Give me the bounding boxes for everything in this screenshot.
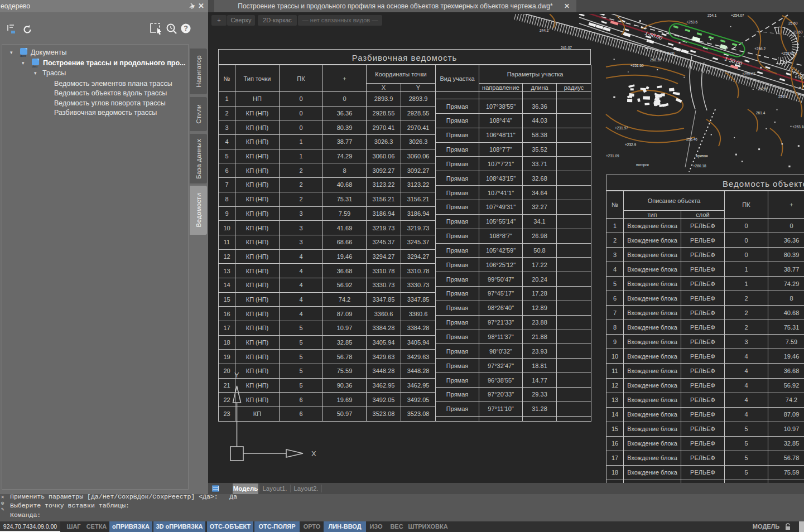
svg-text:+253.6: +253.6 [686,20,697,24]
svg-text:25.60: 25.60 [788,21,798,25]
svg-text:+254: +254 [798,76,804,80]
svg-text:255.46: 255.46 [686,137,697,141]
svg-text:+251.60: +251.60 [630,64,644,67]
svg-text:ногорск: ногорск [636,163,649,167]
svg-text:+253.18: +253.18 [792,125,804,129]
svg-text:23.60: 23.60 [793,30,803,34]
svg-text:1-50.00: 1-50.00 [724,55,743,66]
svg-text:258.16: 258.16 [650,58,661,62]
svg-text:+255.07: +255.07 [742,72,755,76]
svg-text:244.2: 244.2 [540,28,549,32]
svg-text:dwg: dwg [32,65,37,67]
svg-text:X: X [311,449,316,458]
svg-text:+232.9: +232.9 [625,143,636,147]
svg-text:dwg: dwg [20,54,26,57]
svg-text:+231.97: +231.97 [615,126,628,130]
svg-text:0.00: 0.00 [667,51,675,55]
svg-text:?: ? [184,25,188,32]
svg-text:+280.18: +280.18 [693,164,706,168]
svg-text:261.4: 261.4 [756,111,766,115]
svg-text:+254.07: +254.07 [731,14,744,17]
svg-text:Y: Y [234,371,239,379]
svg-text:262.6: 262.6 [758,87,767,91]
svg-text:+258.05: +258.05 [781,51,795,55]
svg-text:256.8: 256.8 [778,94,788,98]
svg-text:254.1: 254.1 [707,14,717,17]
svg-text:+231.09: +231.09 [606,154,619,158]
svg-text:+256.2: +256.2 [754,47,766,51]
svg-text:кривая: кривая [696,154,708,158]
